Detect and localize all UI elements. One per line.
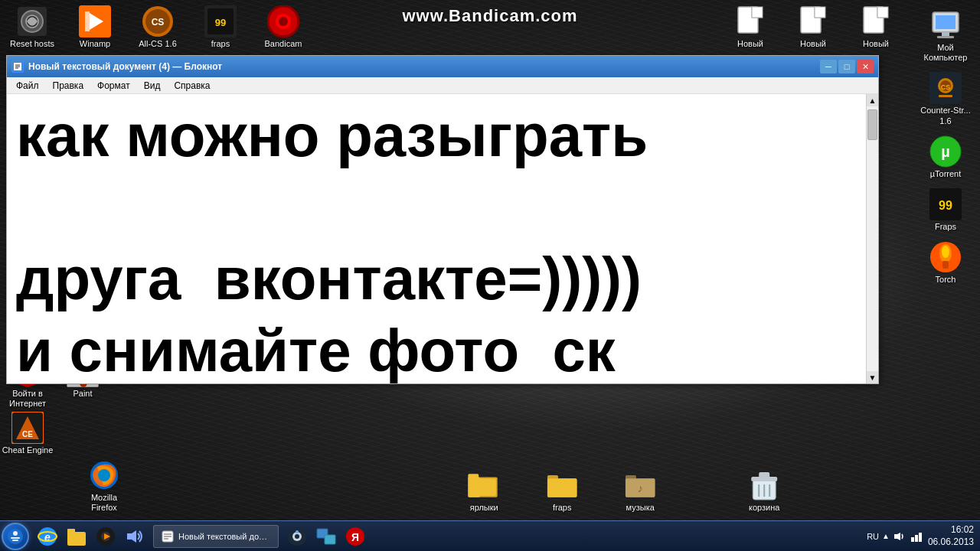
svg-text:Я: Я xyxy=(351,531,359,543)
taskbar-notepad-item[interactable]: Новый текстовый документ (4) — Блокнот xyxy=(153,525,279,548)
desktop-icon-all-cs[interactable]: CS All-CS 1.6 xyxy=(130,4,185,51)
svg-rect-5 xyxy=(85,11,90,31)
svg-rect-74 xyxy=(12,540,18,541)
taskbar-icon-steam[interactable] xyxy=(283,523,311,550)
svg-rect-20 xyxy=(877,7,888,18)
taskbar-icon-ie[interactable]: e xyxy=(34,523,61,550)
desktop-icon-muzyka[interactable]: ♪ музыка xyxy=(612,468,668,514)
tray-expand-icon[interactable]: ▲ xyxy=(882,532,890,540)
svg-rect-60 xyxy=(547,478,577,497)
notepad-title-icon xyxy=(11,60,24,73)
svg-marker-96 xyxy=(894,533,900,540)
svg-rect-57 xyxy=(469,478,496,496)
svg-text:CE: CE xyxy=(22,430,33,439)
desktop-icon-utorrent[interactable]: µ µTorrent xyxy=(918,134,973,181)
desktop-icon-yarlyki[interactable]: ярлыки xyxy=(456,468,511,514)
scrollbar-vertical[interactable]: ▲ ▼ xyxy=(866,94,878,383)
svg-text:♪: ♪ xyxy=(638,482,643,494)
svg-text:99: 99 xyxy=(215,17,226,28)
tray-network-icon[interactable] xyxy=(910,530,923,543)
taskbar-icon-yandex[interactable]: Я xyxy=(341,523,369,550)
desktop-icon-counter-strike[interactable]: CS Counter-Str... 1.6 xyxy=(918,70,973,127)
svg-text:99: 99 xyxy=(939,199,952,212)
taskbar-icon-window[interactable] xyxy=(312,523,340,550)
svg-rect-67 xyxy=(759,472,769,478)
icon-label-bandicam: Bandicam xyxy=(265,39,302,49)
svg-rect-56 xyxy=(468,474,479,479)
icon-label-new3: Новый xyxy=(863,39,889,49)
close-button[interactable]: ✕ xyxy=(857,60,874,73)
svg-rect-22 xyxy=(936,15,956,29)
icon-label-utorrent: µTorrent xyxy=(930,169,962,179)
icon-label-winamp: Winamp xyxy=(80,39,110,49)
desktop: www.Bandicam.com Reset hosts xyxy=(0,0,980,551)
desktop-icon-cheat-engine[interactable]: CE Cheat Engine xyxy=(0,410,55,457)
svg-point-36 xyxy=(942,246,949,258)
taskbar-icon-volume[interactable] xyxy=(121,523,149,550)
tray-clock[interactable]: 16:02 06.06.2013 xyxy=(928,524,974,548)
svg-rect-24 xyxy=(937,36,954,38)
menu-format[interactable]: Формат xyxy=(91,79,136,93)
icon-label-torch: Torch xyxy=(936,275,956,285)
start-button[interactable] xyxy=(2,523,29,550)
tray-time-value: 16:02 xyxy=(928,524,974,536)
desktop-icon-fraps-folder[interactable]: fraps xyxy=(534,468,590,514)
right-desktop-icons: Мой Компьютер CS Counter-Str... 1.6 µ xyxy=(911,0,980,520)
desktop-icon-my-computer[interactable]: Мой Компьютер xyxy=(918,8,973,64)
desktop-icon-winamp[interactable]: Winamp xyxy=(67,4,122,51)
taskbar: e xyxy=(0,520,980,551)
tray-language[interactable]: RU xyxy=(867,532,879,541)
svg-text:CS: CS xyxy=(941,83,951,91)
svg-text:µ: µ xyxy=(941,143,950,160)
desktop-icon-new1[interactable]: Новый xyxy=(723,4,778,51)
notepad-content-area[interactable]: как можно разыграть друга вконтакте=))))… xyxy=(7,94,878,383)
svg-point-53 xyxy=(98,469,110,481)
svg-rect-16 xyxy=(752,7,763,18)
tray-volume-icon[interactable] xyxy=(893,530,906,543)
menu-view[interactable]: Вид xyxy=(138,79,167,93)
icon-label-fraps: fraps xyxy=(211,39,230,49)
notepad-menu-bar: Файл Правка Формат Вид Справка xyxy=(7,77,878,94)
taskbar-app-area: e xyxy=(34,523,861,550)
icon-label-recycle: корзина xyxy=(749,503,779,513)
icon-label-fraps-folder: fraps xyxy=(553,503,571,513)
icon-label-yarlyki: ярлыки xyxy=(470,503,498,513)
icon-label-counter-strike: Counter-Str... 1.6 xyxy=(920,106,972,126)
svg-rect-79 xyxy=(67,529,75,533)
icon-label-muzyka: музыка xyxy=(626,503,655,513)
desktop-icon-torch[interactable]: Torch xyxy=(918,240,973,286)
desktop-icon-recycle[interactable]: корзина xyxy=(737,468,792,514)
svg-point-91 xyxy=(296,530,299,533)
svg-rect-93 xyxy=(325,535,335,544)
desktop-icon-new2[interactable]: Новый xyxy=(786,4,841,51)
window-titlebar[interactable]: Новый текстовый документ (4) — Блокнот ─… xyxy=(7,56,878,77)
icon-label-new1: Новый xyxy=(737,39,763,49)
desktop-icon-firefox[interactable]: Mozilla Firefox xyxy=(77,458,132,514)
desktop-icon-new3[interactable]: Новый xyxy=(848,4,903,51)
notepad-window: Новый текстовый документ (4) — Блокнот ─… xyxy=(6,55,879,384)
desktop-icon-bandicam[interactable]: Bandicam xyxy=(256,4,311,51)
taskbar-right: RU ▲ 16:02 06.06.2013 xyxy=(861,524,980,548)
window-title-text: Новый текстовый документ (4) — Блокнот xyxy=(28,61,820,72)
scrollbar-thumb[interactable] xyxy=(867,109,877,140)
taskbar-icon-explorer[interactable] xyxy=(63,523,90,550)
svg-marker-83 xyxy=(127,530,136,543)
maximize-button[interactable]: □ xyxy=(838,60,855,73)
minimize-button[interactable]: ─ xyxy=(820,60,837,73)
desktop-icon-fraps[interactable]: 99 fraps xyxy=(193,4,248,51)
svg-point-90 xyxy=(295,534,299,539)
tray-date-value: 06.06.2013 xyxy=(928,536,974,549)
taskbar-notepad-label: Новый текстовый документ (4) — Блокнот xyxy=(178,532,270,541)
menu-help[interactable]: Справка xyxy=(168,79,216,93)
taskbar-icon-media[interactable] xyxy=(92,523,119,550)
desktop-icon-fraps-desktop[interactable]: 99 Fraps xyxy=(918,187,973,233)
notepad-text[interactable]: как можно разыграть друга вконтакте=))))… xyxy=(16,100,869,383)
bandicam-watermark: www.Bandicam.com xyxy=(402,6,577,26)
icon-label-yandex: Войти в Интернет xyxy=(2,389,54,409)
icon-label-all-cs: All-CS 1.6 xyxy=(139,39,177,49)
menu-edit[interactable]: Правка xyxy=(47,79,90,93)
menu-file[interactable]: Файл xyxy=(10,79,45,93)
svg-rect-23 xyxy=(942,32,949,36)
desktop-icon-reset-hosts[interactable]: Reset hosts xyxy=(5,4,60,51)
window-controls: ─ □ ✕ xyxy=(820,60,874,73)
